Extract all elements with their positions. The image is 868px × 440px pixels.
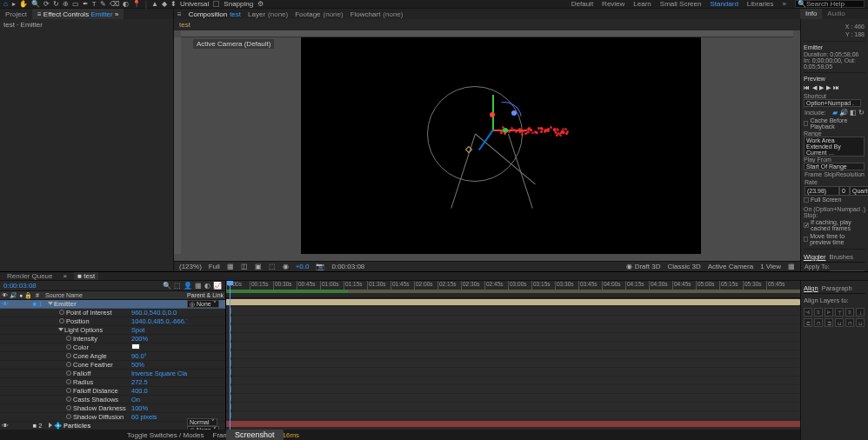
layer-bar[interactable]	[226, 421, 800, 427]
frame-blend-icon[interactable]: ▦	[195, 282, 202, 290]
workspace-more-icon[interactable]: »	[783, 0, 786, 8]
brush-tool-icon[interactable]: ✎	[100, 0, 106, 8]
eye-column-icon[interactable]: 👁	[2, 292, 8, 299]
viewer-area[interactable]: Active Camera (Default)	[174, 30, 800, 261]
tab-footage[interactable]: Footage (none)	[295, 10, 343, 18]
renderer-dropdown[interactable]: Classic 3D	[667, 263, 700, 270]
align-top-icon[interactable]: ⊤	[835, 308, 844, 317]
dist-hcenter-icon[interactable]: ⊓	[814, 318, 823, 327]
align-right-icon[interactable]: ⫸	[825, 308, 833, 317]
tab-render-queue[interactable]: Render Queue	[3, 272, 56, 280]
property-row[interactable]: Point of Interest960.0,540.0,0.0	[0, 309, 225, 317]
track-row[interactable]	[226, 359, 800, 368]
align-bottom-icon[interactable]: ⊥	[856, 308, 865, 317]
include-video-icon[interactable]: ▰	[832, 109, 838, 117]
skip-dropdown[interactable]: 0	[839, 186, 850, 196]
home-icon[interactable]: ⌂	[3, 0, 8, 8]
property-row[interactable]: Cone Feather50%	[0, 361, 225, 370]
property-row[interactable]: Casts ShadowsOn	[0, 396, 225, 404]
view-axis-icon[interactable]: ⬍	[170, 0, 177, 8]
loop-icon[interactable]: ↻	[858, 109, 865, 117]
snapshot-icon[interactable]: 📷	[316, 263, 324, 270]
property-row[interactable]: Falloff Distance400.0	[0, 387, 225, 396]
property-row[interactable]: Cone Angle90.0°	[0, 352, 225, 361]
dist-bottom-icon[interactable]: ⊔	[856, 318, 865, 327]
tab-layer[interactable]: Layer (none)	[248, 10, 288, 18]
track-row[interactable]	[226, 307, 800, 316]
property-row[interactable]: Position1040.0,485.0,-666.7	[0, 317, 225, 326]
track-row[interactable]	[226, 377, 800, 385]
region-icon[interactable]: ⬚	[269, 263, 276, 270]
search-help-input[interactable]: 🔍 Search Help	[795, 0, 865, 8]
property-row[interactable]: Shadow Darkness100%	[0, 404, 225, 413]
solo-column-icon[interactable]: ●	[19, 292, 23, 299]
first-frame-icon[interactable]: ⏮	[804, 84, 810, 91]
property-row[interactable]: Intensity200%	[0, 335, 225, 343]
clone-tool-icon[interactable]: ⌫	[110, 0, 119, 8]
sourcename-column-header[interactable]: Source Name	[43, 292, 131, 298]
toggle-switches-button[interactable]: Toggle Switches / Modes	[127, 431, 204, 439]
track-row[interactable]	[226, 411, 800, 420]
next-frame-icon[interactable]: ▶	[826, 84, 831, 91]
playfrom-dropdown[interactable]: Start Of Range	[804, 163, 865, 170]
puppet-tool-icon[interactable]: 📍	[132, 0, 141, 8]
audio-column-icon[interactable]: 🔊	[10, 292, 17, 299]
dist-right-icon[interactable]: ⊐	[825, 318, 833, 327]
motion-blur-icon[interactable]: ◐	[204, 282, 210, 290]
track-row[interactable]	[226, 394, 800, 403]
zoom-display[interactable]: (123%)	[179, 263, 202, 270]
prev-frame-icon[interactable]: ◀	[812, 84, 817, 91]
dist-vcenter-icon[interactable]: ⊓	[845, 318, 854, 327]
workspace-learn[interactable]: Learn	[633, 0, 651, 8]
panel-menu-icon[interactable]: ≡	[37, 10, 42, 18]
play-icon[interactable]: ▶	[819, 84, 824, 91]
fast-preview-icon[interactable]: ▦	[227, 263, 234, 270]
tab-info[interactable]: Info	[800, 9, 822, 19]
resolution-dropdown[interactable]: Quarter	[850, 186, 868, 196]
snap-opts-icon[interactable]: ⚙	[257, 0, 264, 8]
view-options-icon[interactable]: ▦	[788, 263, 795, 270]
track-row[interactable]	[226, 385, 800, 394]
track-row[interactable]	[226, 316, 800, 324]
tab-flowchart[interactable]: Flowchart (none)	[351, 10, 404, 18]
preview-time[interactable]: 0:00:03:08	[331, 263, 364, 270]
rotate-tool-icon[interactable]: ↻	[53, 0, 59, 8]
current-time-indicator[interactable]	[230, 281, 230, 440]
comp-mini-flow-icon[interactable]: ⬚	[174, 282, 181, 290]
timeline-tracks[interactable]: 0:00s00:15s00:30s00:45s01:00s01:15s01:30…	[226, 281, 800, 440]
fullscreen-checkbox[interactable]: Full Screen	[804, 196, 865, 203]
tab-wiggler[interactable]: Wiggler	[804, 253, 825, 261]
last-frame-icon[interactable]: ⏭	[833, 84, 839, 91]
align-hcenter-icon[interactable]: ≡	[814, 308, 823, 317]
workspace-review[interactable]: Review	[602, 0, 624, 8]
track-row[interactable]	[226, 350, 800, 359]
tab-composition[interactable]: Composition test	[189, 10, 241, 18]
tab-paragraph[interactable]: Paragraph	[822, 284, 852, 292]
tab-project[interactable]: Project	[0, 9, 32, 19]
hand-tool-icon[interactable]: ✋	[19, 0, 28, 8]
graph-editor-icon[interactable]: 📈	[213, 282, 222, 290]
exposure-value[interactable]: +0.0	[296, 263, 310, 270]
axis-endpoint-red[interactable]	[490, 112, 495, 117]
shortcut-dropdown[interactable]: Option+Numpad .	[804, 99, 861, 107]
ifcaching-checkbox[interactable]: If caching, play cached frames	[804, 218, 865, 232]
current-time-display[interactable]: 0:00:03:08	[3, 282, 37, 290]
cache-before-checkbox[interactable]: Cache Before Playback	[804, 117, 865, 130]
align-left-icon[interactable]: ⫷	[804, 308, 812, 317]
framerate-dropdown[interactable]: (23.98)	[805, 186, 839, 196]
views-dropdown[interactable]: 1 View	[760, 263, 781, 270]
dist-top-icon[interactable]: ⊔	[835, 318, 844, 327]
track-row[interactable]	[226, 368, 800, 377]
tab-audio[interactable]: Audio	[822, 9, 850, 19]
property-row[interactable]: Color	[0, 343, 225, 352]
align-vcenter-icon[interactable]: ≡	[845, 308, 854, 317]
mask-toggle-icon[interactable]: ▣	[255, 263, 262, 270]
track-row[interactable]	[226, 333, 800, 342]
workspace-default[interactable]: Default	[571, 0, 593, 8]
workspace-smallscreen[interactable]: Small Screen	[660, 0, 702, 8]
property-row[interactable]: FalloffInverse Square Clamp…	[0, 370, 225, 378]
tab-brushes[interactable]: Brushes	[829, 253, 853, 261]
pan-behind-tool-icon[interactable]: ⊕	[63, 0, 69, 8]
track-row[interactable]	[226, 324, 800, 333]
selection-tool-icon[interactable]: ▸	[12, 0, 16, 8]
